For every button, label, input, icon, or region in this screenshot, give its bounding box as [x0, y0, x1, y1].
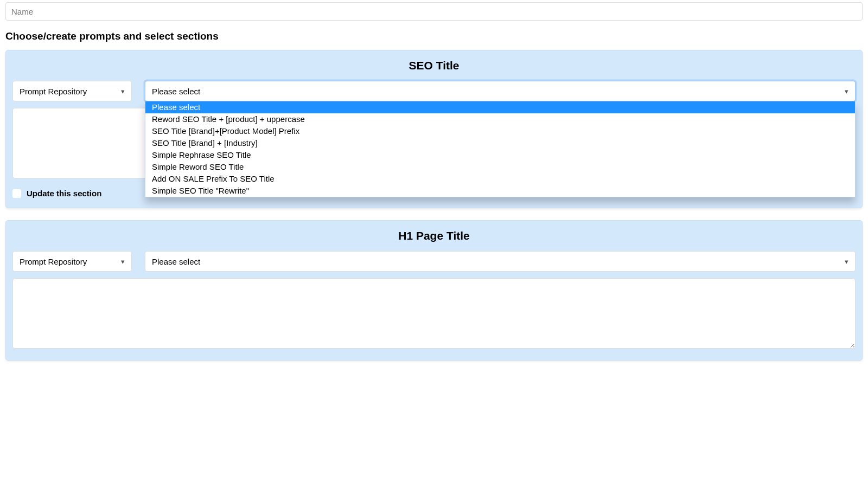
- h1-prompt-repo-label: Prompt Repository: [20, 257, 87, 266]
- h1-controls-row: Prompt Repository ▾ Please select ▾: [12, 251, 856, 272]
- seo-title-prompt-repo-label: Prompt Repository: [20, 87, 87, 96]
- h1-prompt-repo-dropdown[interactable]: Prompt Repository ▾: [12, 251, 132, 272]
- seo-title-prompt-select[interactable]: Please select ▾: [145, 81, 856, 101]
- seo-title-select-shell: Please select ▾ Please select Reword SEO…: [145, 81, 856, 101]
- section-h1-title: H1 Page Title Prompt Repository ▾ Please…: [5, 220, 863, 361]
- chevron-down-icon: ▾: [121, 88, 125, 95]
- seo-title-controls-row: Prompt Repository ▾ Please select ▾ Plea…: [12, 81, 856, 101]
- seo-title-select-menu: Please select Reword SEO Title + [produc…: [145, 101, 856, 197]
- section-seo-title: SEO Title Prompt Repository ▾ Please sel…: [5, 50, 863, 208]
- section-h1-title-heading: H1 Page Title: [12, 226, 856, 251]
- h1-textarea[interactable]: [12, 278, 856, 349]
- name-input[interactable]: [5, 2, 863, 21]
- section-seo-title-heading: SEO Title: [12, 56, 856, 81]
- seo-title-prompt-repo-dropdown[interactable]: Prompt Repository ▾: [12, 81, 132, 101]
- seo-title-update-label[interactable]: Update this section: [27, 189, 101, 198]
- seo-title-option-please-select[interactable]: Please select: [145, 101, 855, 113]
- seo-title-option-simple-rewrite[interactable]: Simple SEO Title "Rewrite": [145, 185, 855, 197]
- h1-prompt-select[interactable]: Please select ▾: [145, 251, 856, 272]
- seo-title-select-label: Please select: [152, 87, 200, 96]
- seo-title-option-reword-product-uppercase[interactable]: Reword SEO Title + [product] + uppercase: [145, 113, 855, 125]
- chevron-down-icon: ▾: [121, 258, 125, 265]
- seo-title-option-simple-reword[interactable]: Simple Reword SEO Title: [145, 161, 855, 173]
- seo-title-option-brand-product-model-prefix[interactable]: SEO Title [Brand]+[Product Model] Prefix: [145, 125, 855, 137]
- h1-select-label: Please select: [152, 257, 200, 266]
- seo-title-update-checkbox[interactable]: [12, 189, 21, 198]
- seo-title-option-brand-industry[interactable]: SEO Title [Brand] + [Industry]: [145, 137, 855, 149]
- chevron-down-icon: ▾: [845, 258, 848, 265]
- seo-title-option-add-on-sale-prefix[interactable]: Add ON SALE Prefix To SEO Title: [145, 173, 855, 185]
- page-subtitle: Choose/create prompts and select section…: [5, 30, 863, 42]
- chevron-down-icon: ▾: [845, 88, 848, 95]
- seo-title-option-simple-rephrase[interactable]: Simple Rephrase SEO Title: [145, 149, 855, 161]
- h1-select-shell: Please select ▾: [145, 251, 856, 272]
